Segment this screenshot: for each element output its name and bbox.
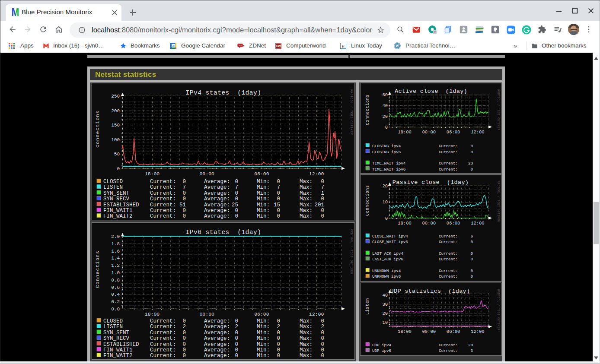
svg-text:2: 2	[321, 324, 324, 330]
svg-text:Current:: Current:	[439, 167, 458, 172]
svg-text:Min:: Min:	[257, 353, 270, 359]
svg-text:0.6: 0.6	[111, 285, 120, 290]
svg-text:Current:: Current:	[439, 343, 458, 348]
svg-text:0: 0	[117, 166, 120, 171]
svg-text:0: 0	[470, 269, 473, 273]
svg-text:Current:: Current:	[439, 234, 458, 239]
svg-text:RRDTOOL / TOBI OETIKER: RRDTOOL / TOBI OETIKER	[350, 229, 353, 275]
svg-text:Average:: Average:	[204, 190, 230, 196]
svg-text:1.8: 1.8	[111, 241, 120, 247]
svg-text:1.6: 1.6	[111, 249, 120, 254]
svg-text:Average:: Average:	[204, 202, 230, 208]
svg-text:SYN_RECV: SYN_RECV	[103, 196, 130, 202]
svg-text:201: 201	[314, 202, 324, 208]
svg-text:SYN_SENT: SYN_SENT	[103, 190, 130, 196]
svg-text:00:00: 00:00	[422, 221, 436, 226]
svg-text:Current:: Current:	[150, 318, 176, 324]
svg-text:0: 0	[470, 167, 473, 172]
svg-text:SYN_SENT: SYN_SENT	[103, 330, 130, 336]
svg-text:ESTABLISHED: ESTABLISHED	[103, 202, 139, 208]
svg-text:1: 1	[321, 190, 324, 196]
svg-text:Min:: Min:	[257, 336, 270, 342]
svg-text:06:00: 06:00	[447, 130, 460, 135]
svg-text:Max:: Max:	[300, 342, 313, 348]
svg-text:0: 0	[470, 144, 473, 149]
svg-text:Max:: Max:	[300, 179, 313, 185]
svg-text:Average:: Average:	[204, 318, 230, 324]
svg-text:250: 250	[111, 94, 120, 99]
svg-text:Average:: Average:	[204, 196, 230, 202]
svg-text:2.0: 2.0	[111, 234, 120, 239]
svg-text:0: 0	[277, 336, 280, 342]
svg-text:Average:: Average:	[204, 353, 230, 359]
svg-text:CLOSE_WAIT ipv6: CLOSE_WAIT ipv6	[372, 240, 408, 244]
svg-text:RRDTOOL / TOBI OETIKER: RRDTOOL / TOBI OETIKER	[350, 89, 353, 135]
svg-text:00:00: 00:00	[199, 171, 214, 177]
svg-text:Connections: Connections	[365, 185, 370, 216]
svg-text:0: 0	[182, 353, 186, 359]
svg-text:M: M	[12, 7, 19, 17]
svg-text:RRDTOOL / TOBI OETIKER: RRDTOOL / TOBI OETIKER	[497, 289, 500, 330]
svg-text:7: 7	[321, 184, 324, 190]
svg-text:SYN_RECV: SYN_RECV	[103, 336, 130, 342]
svg-text:Average:: Average:	[204, 347, 230, 353]
svg-text:Connections: Connections	[95, 110, 100, 148]
svg-text:Max:: Max:	[300, 347, 313, 353]
svg-text:1.0: 1.0	[111, 270, 120, 275]
svg-text:50: 50	[114, 152, 120, 157]
svg-text:20: 20	[382, 114, 388, 119]
svg-text:Current:: Current:	[150, 347, 176, 353]
svg-text:Max:: Max:	[300, 318, 313, 324]
svg-text:25: 25	[232, 202, 238, 208]
svg-text:7: 7	[277, 184, 280, 190]
svg-text:Max:: Max:	[300, 196, 313, 202]
svg-text:00:00: 00:00	[422, 329, 436, 334]
svg-text:0.4: 0.4	[111, 292, 120, 297]
svg-text:1.2: 1.2	[111, 263, 120, 268]
svg-text:RRDTOOL / TOBI OETIKER: RRDTOOL / TOBI OETIKER	[497, 181, 500, 222]
svg-text:CLOSING ipv4: CLOSING ipv4	[372, 144, 401, 149]
svg-text:Active close (1day): Active close (1day)	[395, 88, 467, 95]
svg-text:Min:: Min:	[257, 196, 270, 202]
svg-text:Current:: Current:	[150, 179, 176, 185]
svg-text:CLOSING ipv6: CLOSING ipv6	[372, 150, 401, 155]
svg-text:LAST_ACK ipv6: LAST_ACK ipv6	[372, 257, 403, 262]
svg-text:Current:: Current:	[150, 336, 176, 342]
svg-text:12:00: 12:00	[471, 130, 485, 135]
svg-text:Min:: Min:	[257, 202, 270, 208]
svg-text:W: W	[396, 44, 399, 48]
svg-text:0: 0	[235, 353, 238, 359]
svg-text:Current:: Current:	[439, 257, 458, 262]
svg-text:0: 0	[182, 342, 186, 348]
svg-text:RRDTOOL / TOBI OETIKER: RRDTOOL / TOBI OETIKER	[497, 89, 500, 130]
svg-text:Min:: Min:	[257, 184, 270, 190]
svg-text:0: 0	[321, 179, 324, 185]
svg-text:0: 0	[235, 347, 238, 353]
svg-text:lt: lt	[342, 44, 345, 48]
svg-text:0: 0	[321, 208, 324, 214]
svg-text:IPv4 states (1day): IPv4 states (1day)	[186, 89, 262, 96]
svg-text:2: 2	[182, 324, 186, 330]
svg-text:0: 0	[321, 213, 324, 219]
svg-text:0: 0	[277, 318, 280, 324]
svg-text:UDP ipv4: UDP ipv4	[372, 343, 392, 348]
svg-text:Current:: Current:	[150, 353, 176, 359]
svg-text:Average:: Average:	[204, 208, 230, 214]
svg-text:Average:: Average:	[204, 324, 230, 330]
svg-text:0: 0	[321, 336, 324, 342]
svg-text:Max:: Max:	[300, 336, 313, 342]
svg-text:0: 0	[321, 347, 324, 353]
svg-text:0: 0	[182, 318, 186, 324]
svg-text:0: 0	[321, 330, 324, 336]
svg-text:0: 0	[182, 330, 186, 336]
svg-text:12:00: 12:00	[471, 329, 485, 334]
svg-text:2: 2	[277, 324, 280, 330]
svg-text:Current:: Current:	[439, 161, 458, 166]
svg-text:06:00: 06:00	[254, 311, 269, 317]
svg-text:TIME_WAIT ipv4: TIME_WAIT ipv4	[372, 161, 406, 166]
svg-text:FIN_WAIT2: FIN_WAIT2	[103, 213, 133, 219]
svg-text:Min:: Min:	[257, 342, 270, 348]
svg-text:Current:: Current:	[439, 348, 458, 353]
svg-text:CW: CW	[276, 44, 281, 47]
svg-text:12:00: 12:00	[309, 311, 324, 317]
